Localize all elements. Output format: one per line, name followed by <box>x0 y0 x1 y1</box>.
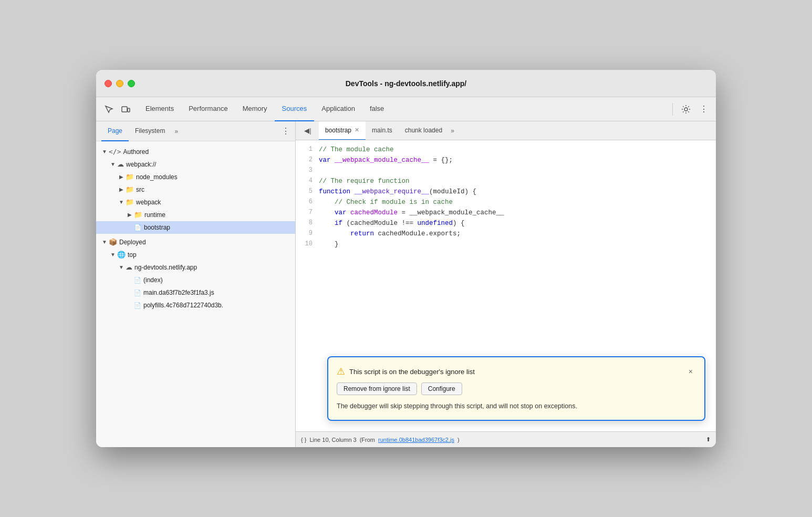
status-braces[interactable]: { } <box>301 437 306 443</box>
line-code-7: var cachedModule = __webpack_module_cach… <box>319 208 504 218</box>
code-line-6: 6 // Check if module is in cache <box>296 197 716 208</box>
folder-icon-runtime: 📁 <box>134 210 142 220</box>
tree-item-polyfills[interactable]: ▶ 📄 polyfills.4c768d7122740d3b. <box>96 299 295 312</box>
maximize-button[interactable] <box>128 80 135 87</box>
tab-memory[interactable]: Memory <box>235 97 275 121</box>
file-icon-index: 📄 <box>134 275 141 285</box>
ignore-list-popup: ⚠ This script is on the debugger's ignor… <box>327 356 705 421</box>
tree-item-netlify[interactable]: ▼ ☁ ng-devtools.netlify.app <box>96 261 295 274</box>
arrow-authored: ▼ <box>100 147 109 157</box>
folder-icon-node-modules: 📁 <box>126 172 134 182</box>
status-close-paren: ) <box>457 437 460 443</box>
arrow-webpack: ▼ <box>109 159 117 170</box>
tree-item-authored[interactable]: ▼ </> Authored <box>96 146 295 158</box>
line-code-10: } <box>319 239 339 250</box>
tree-item-top[interactable]: ▼ 🌐 top <box>96 249 295 261</box>
netlify-label: ng-devtools.netlify.app <box>134 262 197 273</box>
tree-item-runtime[interactable]: ▶ 📁 runtime <box>96 209 295 221</box>
popup-header: ⚠ This script is on the debugger's ignor… <box>337 366 696 377</box>
popup-title: This script is on the debugger's ignore … <box>349 368 685 376</box>
popup-close-button[interactable]: × <box>685 366 696 377</box>
sidebar-tab-filesystem[interactable]: Filesystem <box>129 121 171 141</box>
tree-item-src[interactable]: ▶ 📁 src <box>96 183 295 196</box>
popup-buttons: Remove from ignore list Configure <box>337 382 696 395</box>
titlebar: DevTools - ng-devtools.netlify.app/ <box>96 70 716 97</box>
line-code-5: function __webpack_require__(moduleId) { <box>319 187 476 197</box>
configure-button[interactable]: Configure <box>421 382 462 395</box>
tab-more[interactable]: false <box>362 97 391 121</box>
runtime-label: runtime <box>144 210 165 220</box>
code-line-4: 4 // The require function <box>296 176 716 187</box>
line-num-1: 1 <box>296 144 319 154</box>
code-line-5: 5 function __webpack_require__(moduleId)… <box>296 187 716 197</box>
arrow-runtime: ▶ <box>126 210 134 220</box>
file-icon-main-js: 📄 <box>134 287 141 298</box>
line-code-6: // Check if module is in cache <box>319 197 453 208</box>
minimize-button[interactable] <box>116 80 123 87</box>
main-js-label: main.da63f7b2fe3f1fa3.js <box>143 287 214 298</box>
close-tab-bootstrap[interactable]: ✕ <box>355 127 359 133</box>
cloud-icon: ☁ <box>117 159 124 170</box>
line-num-5: 5 <box>296 187 319 197</box>
tree-item-bootstrap[interactable]: ▶ 📄 bootstrap <box>96 221 295 234</box>
code-panel: ◀| bootstrap ✕ main.ts chunk loaded » 1 <box>296 121 716 447</box>
code-tab-more-chevron[interactable]: » <box>449 127 456 135</box>
tree-item-webpack[interactable]: ▼ 📁 webpack <box>96 196 295 209</box>
file-tree: ▼ </> Authored ▼ ☁ webpack:// ▶ 📁 node_m… <box>96 141 295 447</box>
more-options-icon[interactable]: ⋮ <box>696 101 712 117</box>
popup-description: The debugger will skip stepping through … <box>337 401 696 411</box>
tree-item-webpack-root[interactable]: ▼ ☁ webpack:// <box>96 158 295 171</box>
globe-icon: 🌐 <box>117 250 126 260</box>
line-num-6: 6 <box>296 197 319 207</box>
line-code-9: return cachedModule.exports; <box>319 229 461 239</box>
code-line-8: 8 if (cachedModule !== undefined) { <box>296 218 716 229</box>
tree-item-main-js[interactable]: ▶ 📄 main.da63f7b2fe3f1fa3.js <box>96 286 295 299</box>
warning-icon: ⚠ <box>337 366 345 377</box>
settings-icon[interactable] <box>678 101 694 117</box>
tab-sources[interactable]: Sources <box>275 97 315 121</box>
device-icon[interactable] <box>117 101 134 118</box>
tab-performance[interactable]: Performance <box>181 97 235 121</box>
sidebar-tabs: Page Filesystem » ⋮ <box>96 121 295 141</box>
folder-icon-src: 📁 <box>126 184 134 195</box>
inspect-icon[interactable] <box>100 101 117 118</box>
line-code-8: if (cachedModule !== undefined) { <box>319 218 465 229</box>
code-line-10: 10 } <box>296 239 716 250</box>
sidebar-dots-menu[interactable]: ⋮ <box>282 126 290 136</box>
svg-rect-1 <box>128 108 130 112</box>
code-tab-main-ts[interactable]: main.ts <box>366 121 399 140</box>
arrow-deployed: ▼ <box>100 237 109 247</box>
code-line-9: 9 return cachedModule.exports; <box>296 229 716 239</box>
line-code-2: var __webpack_module_cache__ = {}; <box>319 155 453 166</box>
authored-icon: </> <box>109 147 121 157</box>
arrow-node-modules: ▶ <box>117 172 126 182</box>
arrow-src: ▶ <box>117 184 126 195</box>
status-source-link[interactable]: runtime.0b841bad3967f3c2.js <box>378 437 454 443</box>
sidebar-tab-more-chevron[interactable]: » <box>171 128 181 135</box>
code-tab-chunk-loaded[interactable]: chunk loaded <box>399 121 449 140</box>
webpack-root-label: webpack:// <box>126 159 156 170</box>
svg-point-2 <box>684 108 688 111</box>
arrow-top: ▼ <box>109 250 117 260</box>
hide-sidebar-icon[interactable]: ◀| <box>300 123 316 139</box>
tabs-bar: Elements Performance Memory Sources Appl… <box>96 97 716 121</box>
sidebar: Page Filesystem » ⋮ ▼ </> Authored ▼ <box>96 121 296 447</box>
scroll-to-top-icon[interactable]: ⬆ <box>706 436 711 443</box>
sidebar-tab-page[interactable]: Page <box>101 121 129 141</box>
tree-item-deployed[interactable]: ▼ 📦 Deployed <box>96 236 295 249</box>
line-num-8: 8 <box>296 218 319 228</box>
close-button[interactable] <box>105 80 112 87</box>
remove-from-ignore-list-button[interactable]: Remove from ignore list <box>337 382 417 395</box>
tab-application[interactable]: Application <box>314 97 362 121</box>
tab-elements[interactable]: Elements <box>138 97 181 121</box>
tabs-right-controls: ⋮ <box>669 101 712 117</box>
line-num-7: 7 <box>296 208 319 218</box>
tree-item-index[interactable]: ▶ 📄 (index) <box>96 274 295 286</box>
line-code-4: // The require function <box>319 176 410 187</box>
code-line-1: 1 // The module cache <box>296 144 716 155</box>
arrow-netlify: ▼ <box>117 262 126 273</box>
tree-item-node-modules[interactable]: ▶ 📁 node_modules <box>96 171 295 183</box>
line-num-4: 4 <box>296 176 319 186</box>
code-tab-bootstrap[interactable]: bootstrap ✕ <box>319 121 366 140</box>
line-code-3 <box>319 166 323 176</box>
